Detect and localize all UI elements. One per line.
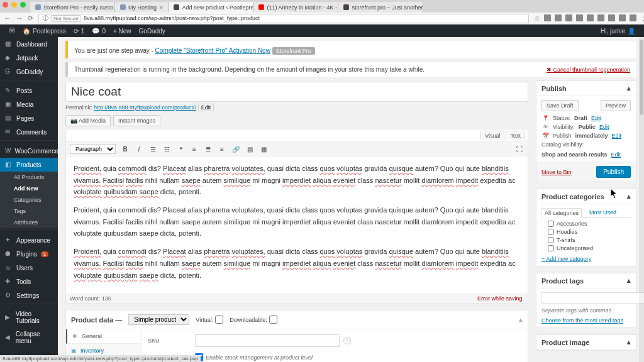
menu-item-dashboard[interactable]: ▦Dashboard: [0, 37, 58, 51]
status-edit-link[interactable]: Edit: [591, 115, 601, 121]
ext-icon[interactable]: [565, 14, 572, 21]
site-name[interactable]: 🏠 Pootlepress: [19, 28, 70, 35]
menu-item-comments[interactable]: ✉Comments: [0, 125, 58, 139]
menu-item-settings[interactable]: ⚙Settings: [0, 288, 58, 302]
format-select[interactable]: Paragraph: [70, 144, 116, 154]
new-content[interactable]: + New: [109, 28, 135, 35]
menu-item-woocommerce[interactable]: WWooCommerce: [0, 144, 58, 158]
add-category-link[interactable]: + Add new category: [541, 256, 591, 262]
scrollbar[interactable]: [639, 37, 644, 362]
cat-tab-all[interactable]: All categories: [541, 208, 582, 218]
align-right-icon[interactable]: ≡: [218, 145, 226, 153]
menu-item-collapse-menu[interactable]: ◀Collapse menu: [0, 327, 58, 348]
quote-icon[interactable]: ❝: [176, 145, 185, 153]
ext-icon[interactable]: [619, 14, 626, 21]
bullet-list-icon[interactable]: ☰: [148, 145, 157, 153]
product-type-select[interactable]: Simple product: [128, 314, 189, 325]
postbox-toggle-icon[interactable]: ▴: [627, 277, 631, 285]
help-icon[interactable]: ?: [343, 337, 351, 344]
ext-icon[interactable]: [587, 14, 594, 21]
editor-tab-visual[interactable]: Visual: [480, 131, 504, 140]
category-item[interactable]: Uncategorised: [548, 245, 631, 251]
nav-reload-icon[interactable]: ⟳: [28, 14, 33, 23]
italic-icon[interactable]: I: [135, 145, 143, 153]
menu-item-video-tutorials[interactable]: ▶Video Tutorials: [0, 307, 58, 327]
permalink-edit-button[interactable]: Edit: [198, 104, 214, 111]
category-item[interactable]: Hoodies: [548, 229, 631, 235]
editor-tab-text[interactable]: Text: [506, 131, 525, 140]
category-checkbox[interactable]: [548, 237, 554, 243]
howdy[interactable]: Hi, jamie 👤: [597, 28, 639, 35]
updates[interactable]: ⟳ 1: [70, 28, 89, 35]
ext-icon[interactable]: [608, 14, 615, 21]
save-draft-button[interactable]: Save Draft: [541, 100, 579, 111]
link-icon[interactable]: 🔗: [231, 145, 240, 153]
mac-min[interactable]: [11, 2, 17, 8]
nav-fwd-icon[interactable]: →: [16, 14, 23, 22]
submenu-item[interactable]: All Products: [0, 172, 58, 183]
browser-tab[interactable]: My Hosting×: [115, 2, 169, 13]
comments-count[interactable]: 💬 0: [88, 28, 109, 35]
tag-input[interactable]: [541, 292, 644, 304]
instant-images-button[interactable]: Instant Images: [113, 115, 160, 126]
wp-logo[interactable]: ⓦ: [5, 26, 19, 35]
postbox-toggle-icon[interactable]: ▴: [519, 315, 523, 324]
category-item[interactable]: T-shirts: [548, 237, 631, 243]
tab-close-icon[interactable]: ×: [159, 4, 163, 11]
ext-icon[interactable]: [555, 14, 562, 21]
menu-icon[interactable]: ⋮: [640, 14, 644, 23]
menu-item-godaddy[interactable]: GGoDaddy: [0, 65, 58, 79]
submenu-item[interactable]: Tags: [0, 206, 58, 217]
publish-button[interactable]: Publish: [596, 166, 631, 178]
align-center-icon[interactable]: ≣: [204, 145, 213, 153]
sku-input[interactable]: [195, 334, 340, 347]
submenu-item[interactable]: Categories: [0, 194, 58, 206]
postbox-toggle-icon[interactable]: ▴: [627, 84, 631, 92]
postbox-toggle-icon[interactable]: ▴: [627, 338, 631, 346]
editor-content[interactable]: Proident, quia commodi dis? Placeat alia…: [66, 156, 528, 293]
menu-item-products[interactable]: ◧Products: [0, 158, 58, 172]
preview-button[interactable]: Preview: [601, 100, 631, 111]
menu-item-plugins[interactable]: ⬢Plugins1: [0, 247, 58, 261]
choose-tags-link[interactable]: Choose from the most used tags: [541, 317, 623, 324]
fullscreen-icon[interactable]: ⛶: [515, 145, 524, 153]
virtual-checkbox[interactable]: [215, 315, 223, 324]
toolbar-toggle-icon[interactable]: ▦: [259, 145, 268, 153]
browser-tab[interactable]: Add new product ‹ Pootlepre…×: [169, 2, 253, 13]
submenu-item[interactable]: Attributes: [0, 217, 58, 228]
menu-item-jetpack[interactable]: ◆Jetpack: [0, 51, 58, 65]
browser-tab[interactable]: Storefront Pro - easily custo…×: [30, 2, 115, 13]
publish-edit-link[interactable]: Edit: [612, 133, 622, 139]
move-to-bin-link[interactable]: Move to Bin: [541, 169, 572, 175]
bold-icon[interactable]: B: [121, 145, 130, 153]
star-icon[interactable]: ☆: [534, 14, 540, 23]
category-checkbox[interactable]: [548, 229, 554, 235]
category-item[interactable]: Accessories: [548, 221, 631, 227]
godaddy-menu[interactable]: GoDaddy: [135, 28, 169, 35]
cancel-regen-link[interactable]: ✖ Cancel thumbnail regeneration: [547, 67, 630, 73]
post-title-input[interactable]: [65, 82, 528, 102]
align-left-icon[interactable]: ≡: [190, 145, 199, 153]
permalink-url[interactable]: http://8va.a88.myftpupload.com/product//: [94, 104, 196, 111]
browser-tab[interactable]: (11) Annecy in Motion - 4K - T…×: [253, 2, 338, 13]
nav-back-icon[interactable]: ←: [4, 14, 11, 22]
number-list-icon[interactable]: ☷: [162, 145, 171, 153]
omnibox[interactable]: ⓘ Not Secure 8va.a88.myftpupload.com/wp-…: [38, 14, 529, 23]
mac-close[interactable]: [3, 2, 8, 8]
catalog-edit-link[interactable]: Edit: [611, 151, 621, 158]
activation-link[interactable]: Complete "Storefront Pro" Activation Now: [155, 47, 270, 54]
ext-icon[interactable]: [630, 14, 636, 21]
menu-item-users[interactable]: ☺Users: [0, 261, 58, 275]
submenu-item[interactable]: Add New: [0, 183, 58, 194]
add-media-button[interactable]: 📷 Add Media: [65, 115, 111, 126]
ext-icon[interactable]: [597, 14, 604, 21]
more-icon[interactable]: ▤: [245, 145, 254, 153]
menu-item-pages[interactable]: ▤Pages: [0, 111, 58, 125]
category-checkbox[interactable]: [548, 245, 554, 251]
menu-item-appearance[interactable]: ✦Appearance: [0, 233, 58, 247]
ext-icon[interactable]: [544, 14, 551, 21]
ext-icon[interactable]: [576, 14, 583, 21]
cat-tab-most[interactable]: Most Used: [587, 208, 619, 217]
browser-tab[interactable]: storefront pro – Just another…×: [338, 2, 423, 13]
mac-max[interactable]: [20, 2, 26, 8]
